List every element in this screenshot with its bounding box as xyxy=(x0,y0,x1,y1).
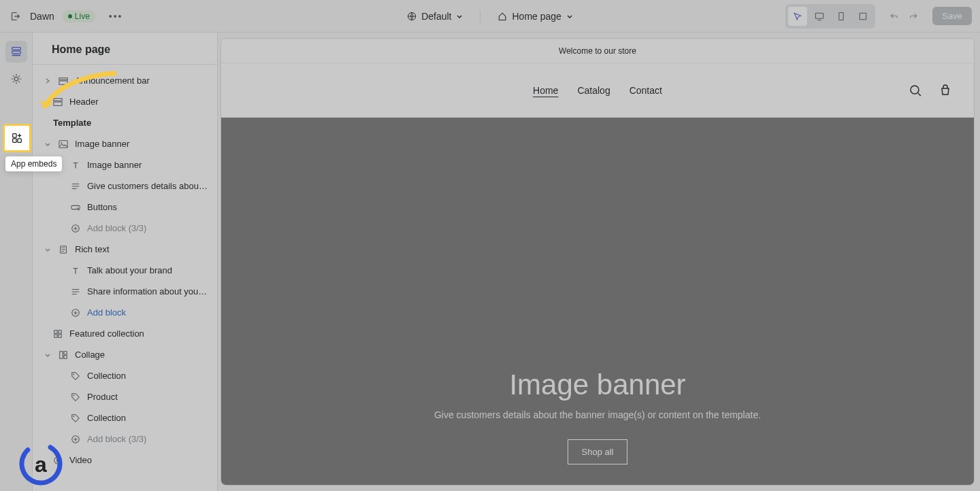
svg-rect-31 xyxy=(13,134,16,137)
cart-icon[interactable] xyxy=(938,84,952,97)
block-collection-2[interactable]: Collection xyxy=(33,407,217,428)
section-featured-collection[interactable]: Featured collection xyxy=(33,323,217,344)
home-icon xyxy=(497,11,508,22)
undo-redo xyxy=(886,8,921,24)
section-icon xyxy=(53,97,64,107)
item-label: Add block xyxy=(87,307,209,318)
image-icon xyxy=(59,139,69,149)
item-label: Image banner xyxy=(75,139,209,149)
redo-button[interactable] xyxy=(905,8,921,24)
item-label: Share information about your bra... xyxy=(87,286,209,297)
section-collage[interactable]: Collage xyxy=(33,344,217,365)
item-label: Rich text xyxy=(75,244,209,254)
sections-rail-button[interactable] xyxy=(5,41,27,63)
svg-rect-4 xyxy=(12,48,20,50)
grid-icon xyxy=(53,329,64,339)
search-icon[interactable] xyxy=(909,84,922,97)
svg-rect-2 xyxy=(839,12,843,20)
topbar-left: Dawn Live ••• xyxy=(8,10,123,23)
item-label: Add block (3/3) xyxy=(87,223,209,233)
locale-dropdown[interactable]: Default xyxy=(406,11,463,22)
add-block-image-banner[interactable]: Add block (3/3) xyxy=(33,218,217,239)
block-talk-brand[interactable]: Talk about your brand xyxy=(33,260,217,281)
item-label: Product xyxy=(87,392,209,402)
chevron-down-icon xyxy=(455,12,463,20)
item-label: Collection xyxy=(87,413,209,423)
banner-button[interactable]: Shop all xyxy=(568,439,628,464)
paragraph-icon xyxy=(71,287,82,297)
image-banner: Image banner Give customers details abou… xyxy=(221,118,974,486)
device-toggle xyxy=(785,4,875,29)
svg-rect-24 xyxy=(64,355,67,358)
svg-rect-12 xyxy=(59,140,67,148)
exit-icon[interactable] xyxy=(8,10,22,23)
section-announcement-bar[interactable]: Announcement bar xyxy=(33,70,217,91)
undo-button[interactable] xyxy=(886,8,902,24)
svg-point-26 xyxy=(74,394,75,396)
item-label: Video xyxy=(69,455,209,465)
block-product[interactable]: Product xyxy=(33,386,217,407)
svg-rect-32 xyxy=(13,139,16,142)
svg-rect-21 xyxy=(59,334,61,337)
plus-circle-icon xyxy=(71,224,82,233)
svg-rect-10 xyxy=(54,98,62,101)
inspector-button[interactable] xyxy=(788,7,807,26)
text-icon xyxy=(71,266,82,275)
svg-point-7 xyxy=(14,77,18,80)
item-label: Header xyxy=(69,97,209,107)
sidebar-content: Announcement bar Header Template Image b… xyxy=(33,65,217,476)
left-rail xyxy=(0,33,33,491)
live-dot-icon xyxy=(68,14,72,18)
chevron-down-icon xyxy=(44,351,53,359)
live-label: Live xyxy=(75,12,90,21)
svg-text:a: a xyxy=(35,452,47,477)
mobile-button[interactable] xyxy=(832,7,851,26)
sidebar: Home page Announcement bar Header Templa… xyxy=(33,33,218,491)
settings-rail-button[interactable] xyxy=(5,68,27,90)
page-label: Home page xyxy=(512,11,561,22)
chevron-down-icon xyxy=(566,12,574,20)
block-give-customers[interactable]: Give customers details about the... xyxy=(33,175,217,197)
app-embeds-tooltip: App embeds xyxy=(5,156,62,171)
block-collection-1[interactable]: Collection xyxy=(33,365,217,386)
svg-rect-33 xyxy=(18,139,21,142)
topbar-center: Default Home page xyxy=(406,10,574,23)
section-rich-text[interactable]: Rich text xyxy=(33,239,217,260)
svg-rect-22 xyxy=(60,351,63,358)
save-button[interactable]: Save xyxy=(932,7,972,25)
item-label: Collection xyxy=(87,371,209,381)
app-embeds-highlight xyxy=(4,125,30,151)
svg-rect-1 xyxy=(816,13,823,18)
fullscreen-button[interactable] xyxy=(853,7,872,26)
document-icon xyxy=(59,245,69,254)
item-label: Announcement bar xyxy=(75,75,209,86)
item-label: Image banner xyxy=(87,160,209,170)
more-icon[interactable]: ••• xyxy=(109,11,123,22)
svg-rect-19 xyxy=(59,330,61,333)
item-label: Add block (3/3) xyxy=(87,434,209,444)
block-buttons[interactable]: Buttons xyxy=(33,197,217,218)
app-embeds-rail-button[interactable] xyxy=(7,128,27,148)
template-label: Template xyxy=(33,112,217,133)
section-header[interactable]: Header xyxy=(33,91,217,112)
nav-home[interactable]: Home xyxy=(533,85,558,96)
preview-frame: Welcome to our store Home Catalog Contac… xyxy=(220,38,975,486)
item-label: Give customers details about the... xyxy=(87,181,209,191)
nav-contact[interactable]: Contact xyxy=(630,85,662,96)
brand-badge-icon: a xyxy=(19,442,63,486)
page-dropdown[interactable]: Home page xyxy=(497,11,573,22)
svg-rect-20 xyxy=(54,334,57,337)
desktop-button[interactable] xyxy=(810,7,829,26)
plus-circle-icon xyxy=(71,308,82,318)
add-block-rich-text[interactable]: Add block xyxy=(33,302,217,323)
plus-circle-icon xyxy=(71,435,82,444)
paragraph-icon xyxy=(71,182,82,191)
nav-catalog[interactable]: Catalog xyxy=(577,85,610,96)
svg-point-25 xyxy=(74,373,75,375)
store-header: Home Catalog Contact xyxy=(221,63,974,118)
button-icon xyxy=(71,203,82,212)
section-image-banner[interactable]: Image banner xyxy=(33,133,217,154)
topbar: Dawn Live ••• Default Home page xyxy=(0,0,980,33)
svg-rect-6 xyxy=(12,55,20,56)
block-share-info[interactable]: Share information about your bra... xyxy=(33,281,217,302)
